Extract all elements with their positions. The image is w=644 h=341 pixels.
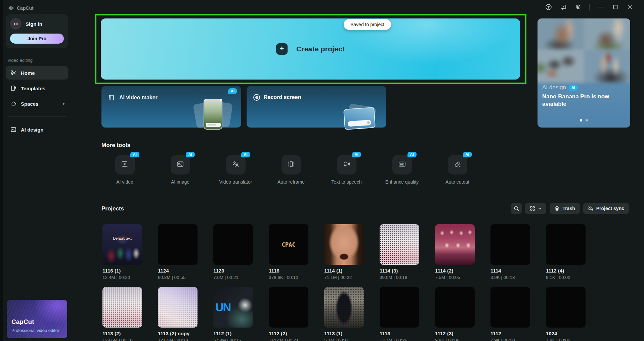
project-stats: 39.0M | 00:18: [380, 275, 419, 280]
sign-in-label: Sign in: [26, 21, 42, 27]
sidebar-item-label: Spaces: [21, 101, 39, 107]
project-thumbnail: [435, 287, 475, 328]
ai-badge: AI: [352, 152, 361, 157]
tool-label: Auto reframe: [277, 179, 305, 185]
project-stats: 128.6M | 00:18: [102, 338, 142, 341]
project-card[interactable]: 1114 (3) 39.0M | 00:18: [380, 224, 419, 287]
project-thumbnail: [546, 224, 586, 265]
project-card[interactable]: UN 1112 (1) 57.8M | 00:15: [213, 287, 253, 341]
project-card[interactable]: 1112 (2) 114.4M | 00:21: [269, 287, 308, 341]
join-pro-button[interactable]: Join Pro: [10, 34, 64, 44]
project-stats: 114.4M | 00:21: [269, 338, 308, 341]
image-sparkle-icon: [10, 126, 17, 133]
project-stats: 121.6M | 00:18: [158, 338, 198, 341]
project-card[interactable]: 1114 (1) 71.1M | 00:22: [324, 224, 364, 287]
project-card[interactable]: 1113 (2) 128.6M | 00:18: [102, 287, 142, 341]
project-thumbnail: CPAC: [269, 224, 308, 265]
project-stats: 378.6K | 00:10: [269, 275, 308, 280]
project-name: 1113 (2): [102, 331, 142, 336]
project-card[interactable]: 1120 7.6M | 00:21: [213, 224, 253, 287]
search-button[interactable]: [511, 203, 522, 214]
ai-video-maker-card[interactable]: AI video maker AI ✦: [101, 86, 241, 128]
project-name: 1116 (1): [102, 268, 142, 274]
project-card[interactable]: 1113 (2)-copy 121.6M | 00:18: [158, 287, 198, 341]
ai-image-icon: [176, 160, 185, 170]
close-icon[interactable]: [627, 3, 634, 11]
saved-toast: Saved to project: [344, 19, 391, 30]
nano-banana-promo-card[interactable]: AI design AI Nano Banana Pro is now avai…: [538, 18, 630, 128]
tool-item[interactable]: AI Video translator: [208, 155, 263, 185]
project-card[interactable]: 1114 3.9K | 00:18: [490, 224, 530, 287]
tool-label: Auto cutout: [445, 179, 469, 185]
project-stats: 5.1M | 00:11: [324, 338, 364, 341]
capcut-promo-banner[interactable]: CapCut Professional video editor: [7, 300, 67, 338]
project-card[interactable]: Default text 1116 (1) 12.4M | 00:20: [102, 224, 142, 287]
sidebar-item-label: Templates: [21, 86, 45, 91]
create-project-banner[interactable]: + Create project: [101, 18, 520, 80]
tool-item[interactable]: AI Auto cutout: [430, 155, 485, 185]
project-name: 1124: [158, 268, 198, 274]
carousel-dot[interactable]: [580, 119, 582, 121]
card-thumbnails: ✦: [195, 95, 232, 132]
tool-item[interactable]: AI Text to speech: [319, 155, 374, 185]
cosmetics-collage: [538, 18, 630, 83]
project-card[interactable]: 1112 7.9K | 00:00: [490, 287, 530, 341]
sidebar-item-home[interactable]: Home: [6, 66, 68, 80]
minimize-icon[interactable]: [597, 3, 604, 11]
record-icon: [253, 94, 260, 101]
project-card[interactable]: 1112 (3) 9.9K | 00:00: [435, 287, 475, 341]
cutout-icon: [453, 160, 462, 170]
grid-view-icon: [530, 206, 535, 211]
project-card[interactable]: 1124 60.8M | 00:55: [158, 224, 198, 287]
project-card[interactable]: CPAC 1116 378.6K | 00:10: [269, 224, 308, 287]
chevron-down-icon[interactable]: ▾: [62, 102, 65, 106]
trash-button[interactable]: Trash: [550, 203, 579, 214]
maximize-icon[interactable]: [612, 3, 619, 11]
window-edge: [0, 0, 3, 341]
settings-icon[interactable]: [574, 3, 582, 11]
sidebar: Sign in Join Pro Video editing Home Temp…: [6, 14, 68, 136]
sidebar-item-ai-design[interactable]: AI design: [6, 123, 68, 136]
card-label: AI video maker: [119, 95, 158, 101]
sidebar-item-spaces[interactable]: Spaces ▾: [6, 97, 68, 110]
project-stats: 57.8M | 00:15: [213, 338, 253, 341]
ai-badge: AI: [130, 152, 139, 157]
tool-item[interactable]: AI AI image: [153, 155, 208, 185]
project-card[interactable]: 1114 (2) 7.5M | 00:05: [435, 224, 475, 287]
project-stats: 12.4M | 00:20: [102, 275, 142, 280]
sign-in-button[interactable]: Sign in: [10, 18, 64, 30]
tool-item[interactable]: Auto reframe: [263, 155, 319, 185]
trash-label: Trash: [562, 206, 575, 211]
film-sparkle-icon: [108, 94, 116, 101]
project-name: 1114 (2): [435, 268, 475, 274]
project-name: 1112 (3): [435, 331, 475, 336]
project-thumbnail: [380, 287, 419, 328]
templates-icon: [10, 85, 17, 92]
ai-badge: AI: [463, 152, 472, 157]
carousel-dots: [538, 119, 630, 121]
ai-video-icon: [121, 160, 129, 170]
feedback-icon[interactable]: [560, 3, 567, 11]
project-name: 1112 (2): [269, 331, 308, 336]
tool-item[interactable]: HD AI Enhance quality: [374, 155, 430, 185]
project-card[interactable]: 1113 13.7M | 00:26: [380, 287, 419, 341]
tool-item[interactable]: AI AI video: [97, 155, 153, 185]
upload-icon[interactable]: [545, 3, 552, 11]
project-card[interactable]: 1112 (4) 9.1K | 00:00: [546, 224, 586, 287]
project-thumbnail: [102, 287, 142, 328]
view-mode-button[interactable]: [525, 203, 546, 214]
app-logo: CapCut: [8, 5, 34, 11]
translator-icon: [231, 160, 240, 170]
project-card[interactable]: 1113 (1) 5.1M | 00:11: [324, 287, 364, 341]
project-stats: 3.9K | 00:18: [490, 275, 530, 280]
project-sync-button[interactable]: Project sync: [583, 203, 629, 214]
record-screen-card[interactable]: Record screen: [247, 86, 386, 128]
project-stats: 13.7M | 00:26: [380, 338, 419, 341]
carousel-dot[interactable]: [586, 119, 588, 121]
project-thumbnail: [269, 287, 308, 328]
titlebar-separator: [589, 4, 590, 10]
reframe-icon: [287, 160, 296, 170]
project-card[interactable]: 1024 7.8K | 00:00: [546, 287, 586, 341]
sidebar-item-templates[interactable]: Templates: [6, 82, 68, 95]
ai-badge: AI: [407, 152, 417, 157]
